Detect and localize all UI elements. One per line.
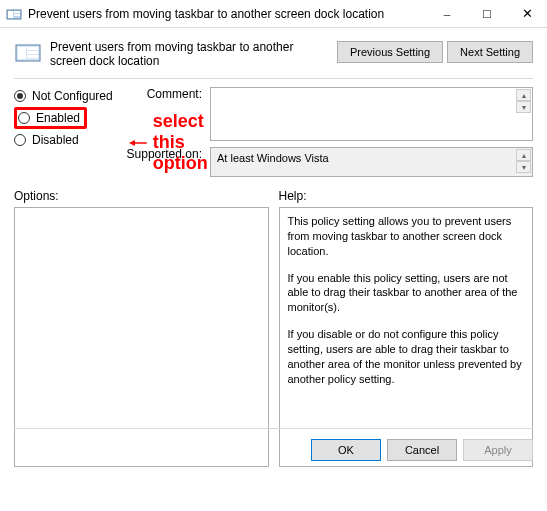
supported-label: Supported on:: [124, 147, 210, 177]
maximize-button[interactable]: □: [467, 0, 507, 27]
gpedit-icon: [6, 6, 22, 22]
help-paragraph: If you disable or do not configure this …: [288, 327, 525, 386]
minimize-button[interactable]: –: [427, 0, 467, 27]
ok-button[interactable]: OK: [311, 439, 381, 461]
svg-rect-1: [8, 11, 13, 18]
svg-rect-2: [14, 11, 20, 13]
radio-not-configured-label: Not Configured: [32, 89, 113, 103]
separator: [14, 78, 533, 79]
radio-not-configured[interactable]: Not Configured: [14, 87, 118, 105]
help-paragraph: If you enable this policy setting, users…: [288, 271, 525, 316]
supported-on-box: At least Windows Vista ▴ ▾: [210, 147, 533, 177]
supported-scroll-up-icon[interactable]: ▴: [516, 149, 531, 161]
close-button[interactable]: ✕: [507, 0, 547, 27]
supported-on-text: At least Windows Vista: [217, 152, 329, 164]
comment-scroll-down-icon[interactable]: ▾: [516, 101, 531, 113]
help-paragraph: This policy setting allows you to preven…: [288, 214, 525, 259]
comment-scroll-up-icon[interactable]: ▴: [516, 89, 531, 101]
help-label: Help:: [279, 189, 534, 203]
cancel-button[interactable]: Cancel: [387, 439, 457, 461]
next-setting-button[interactable]: Next Setting: [447, 41, 533, 63]
options-label: Options:: [14, 189, 269, 203]
annotation-highlight-box: Enabled: [14, 107, 87, 129]
svg-rect-6: [27, 47, 38, 50]
supported-scroll-down-icon[interactable]: ▾: [516, 161, 531, 173]
comment-textarea[interactable]: ▴ ▾: [210, 87, 533, 141]
titlebar: Prevent users from moving taskbar to ano…: [0, 0, 547, 28]
svg-rect-5: [18, 47, 26, 59]
svg-rect-3: [14, 14, 20, 16]
policy-title: Prevent users from moving taskbar to ano…: [50, 36, 329, 68]
radio-disabled-label: Disabled: [32, 133, 79, 147]
previous-setting-button[interactable]: Previous Setting: [337, 41, 443, 63]
comment-label: Comment:: [124, 87, 210, 141]
window-title: Prevent users from moving taskbar to ano…: [28, 7, 427, 21]
radio-enabled-label: Enabled: [36, 111, 80, 125]
policy-icon: [14, 38, 42, 66]
radio-disabled[interactable]: Disabled: [14, 131, 118, 149]
svg-rect-8: [27, 55, 38, 58]
radio-enabled[interactable]: Enabled: [18, 111, 80, 125]
separator: [14, 428, 533, 429]
apply-button[interactable]: Apply: [463, 439, 533, 461]
svg-rect-7: [27, 51, 38, 54]
